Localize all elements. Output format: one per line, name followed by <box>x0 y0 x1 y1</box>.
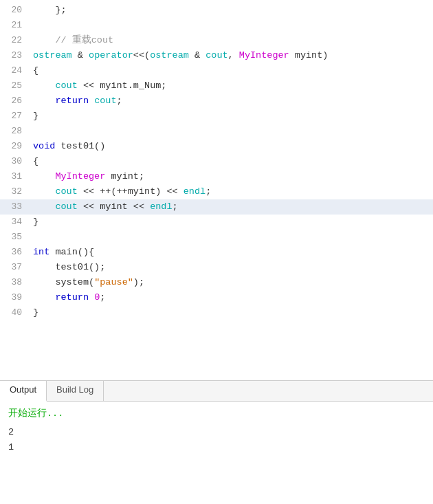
code-line-40: 40 } <box>0 305 433 320</box>
output-start-text: 开始运行... <box>8 407 425 419</box>
code-line-22: 22 // 重载cout <box>0 33 433 48</box>
output-line-2: 1 <box>8 440 425 455</box>
output-line-1: 2 <box>8 425 425 440</box>
code-line-23: 23 ostream & operator<<(ostream & cout, … <box>0 48 433 63</box>
tab-output[interactable]: Output <box>0 381 47 402</box>
code-line-38: 38 system("pause"); <box>0 275 433 290</box>
code-line-21: 21 <box>0 18 433 33</box>
code-line-35: 35 <box>0 230 433 245</box>
code-line-33: 33 cout << myint << endl; <box>0 199 433 215</box>
code-line-26: 26 return cout; <box>0 94 433 109</box>
code-line-34: 34 } <box>0 215 433 230</box>
code-line-31: 31 MyInteger myint; <box>0 169 433 184</box>
code-line-37: 37 test01(); <box>0 260 433 275</box>
tab-build-log[interactable]: Build Log <box>47 381 104 401</box>
bottom-panel: Output Build Log 开始运行... 2 1 <box>0 380 433 504</box>
output-content: 开始运行... 2 1 <box>0 402 433 504</box>
code-line-27: 27 } <box>0 109 433 124</box>
code-line-32: 32 cout << ++(++myint) << endl; <box>0 184 433 199</box>
code-line-24: 24 { <box>0 63 433 78</box>
code-line-20: 20 }; <box>0 3 433 18</box>
code-editor: 20 }; 21 22 // 重载cout 23 ostream & opera… <box>0 0 433 380</box>
code-line-39: 39 return 0; <box>0 290 433 305</box>
code-line-25: 25 cout << myint.m_Num; <box>0 78 433 94</box>
code-line-28: 28 <box>0 124 433 139</box>
tab-bar: Output Build Log <box>0 381 433 402</box>
code-line-29: 29 void test01() <box>0 139 433 154</box>
code-line-30: 30 { <box>0 154 433 169</box>
code-line-36: 36 int main(){ <box>0 245 433 260</box>
